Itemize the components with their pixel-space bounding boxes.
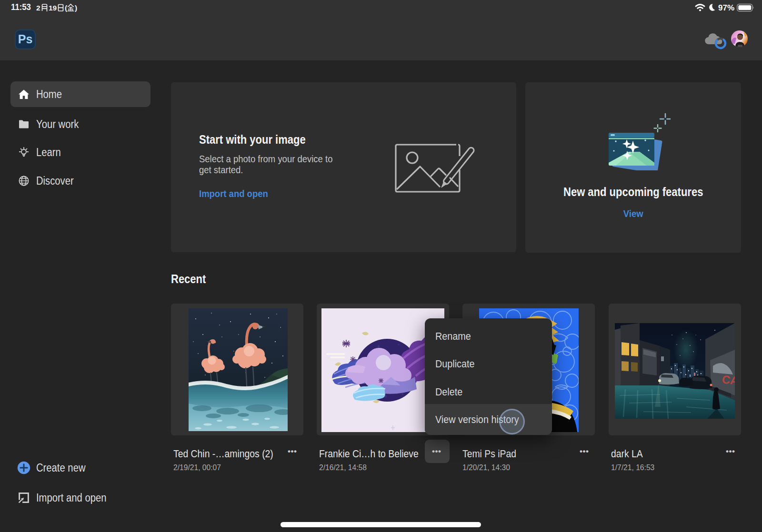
- svg-text:CA: CA: [721, 373, 735, 387]
- svg-text:): ): [75, 4, 77, 12]
- svg-text:(: (: [65, 4, 68, 12]
- svg-text:97%: 97%: [718, 3, 734, 12]
- svg-text:2: 2: [36, 4, 40, 12]
- svg-text:19: 19: [49, 4, 57, 12]
